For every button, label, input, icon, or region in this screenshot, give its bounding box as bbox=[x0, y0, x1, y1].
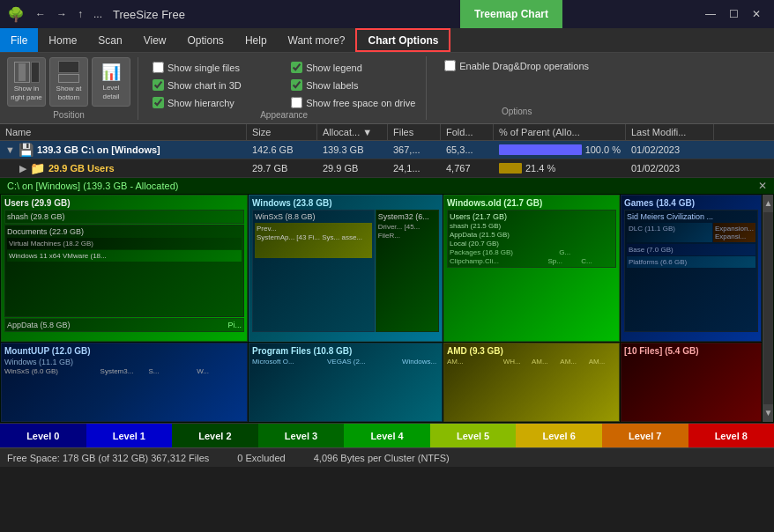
menu-scan[interactable]: Scan bbox=[87, 28, 132, 52]
menu-help[interactable]: Help bbox=[234, 28, 278, 52]
show-single-files-checkbox-label[interactable]: Show single files bbox=[153, 60, 277, 75]
minimize-button[interactable]: — bbox=[700, 4, 721, 25]
show-single-files-checkbox[interactable] bbox=[153, 62, 164, 73]
level-0[interactable]: Level 0 bbox=[0, 424, 86, 447]
menu-bar: File Home Scan View Options Help Want mo… bbox=[0, 28, 774, 53]
level-2[interactable]: Level 2 bbox=[172, 424, 258, 447]
nav-buttons: ← → ↑ ... bbox=[32, 6, 106, 22]
title-bar: 🌳 ← → ↑ ... TreeSize Free Treemap Chart … bbox=[0, 0, 774, 28]
level-detail-button[interactable]: 📊 Leveldetail bbox=[92, 57, 130, 107]
title-bar-left: 🌳 ← → ↑ ... TreeSize Free bbox=[7, 6, 185, 23]
treemap-scrollbar[interactable]: ▲ ▼ bbox=[763, 195, 773, 422]
table-header: Name Size Allocat... ▼ Files Fold... % o… bbox=[0, 124, 774, 141]
status-free-space: Free Space: 178 GB (of 312 GB) 367,312 F… bbox=[7, 453, 209, 463]
options-label: Options bbox=[444, 107, 589, 116]
show-free-space-checkbox-label[interactable]: Show free space on drive bbox=[291, 95, 415, 110]
progress-bar-2 bbox=[499, 163, 522, 174]
nav-forward-button[interactable]: → bbox=[53, 6, 71, 22]
progress-cell: 100.0 % bbox=[499, 144, 621, 155]
col-files[interactable]: Files bbox=[388, 124, 441, 140]
status-excluded: 0 Excluded bbox=[237, 453, 285, 463]
treemap-cell-windows[interactable]: Windows (23.8 GB) WinSxS (8.8 GB) Prev..… bbox=[249, 195, 443, 342]
treemap-tab[interactable]: Treemap Chart bbox=[460, 0, 562, 28]
enable-drag-drop-checkbox-label[interactable]: Enable Drag&Drop operations bbox=[444, 60, 589, 71]
treemap-area: Users (29.9 GB) shash (29.8 GB) Document… bbox=[0, 194, 774, 423]
show-labels-checkbox[interactable] bbox=[291, 79, 302, 91]
treemap-title-bar: C:\ on [Windows] (139.3 GB - Allocated) … bbox=[0, 178, 774, 194]
progress-bar bbox=[499, 144, 582, 155]
nav-back-button[interactable]: ← bbox=[32, 6, 49, 22]
menu-options[interactable]: Options bbox=[177, 28, 234, 52]
col-modified[interactable]: Last Modifi... bbox=[626, 124, 714, 140]
col-folders[interactable]: Fold... bbox=[441, 124, 494, 140]
menu-chart-options[interactable]: Chart Options bbox=[355, 28, 450, 52]
status-bar: Free Space: 178 GB (of 312 GB) 367,312 F… bbox=[0, 447, 774, 467]
nav-up-button[interactable]: ↑ bbox=[74, 6, 86, 22]
level-6[interactable]: Level 6 bbox=[516, 424, 602, 447]
show-labels-checkbox-label[interactable]: Show labels bbox=[291, 78, 415, 92]
show-legend-checkbox[interactable] bbox=[291, 62, 302, 73]
treemap-cell-users[interactable]: Users (29.9 GB) shash (29.8 GB) Document… bbox=[1, 195, 248, 342]
enable-drag-drop-checkbox[interactable] bbox=[444, 60, 456, 71]
show-bottom-button[interactable]: Show atbottom bbox=[49, 57, 88, 107]
ribbon: Show inright pane Show atbottom 📊 Leveld… bbox=[0, 53, 774, 124]
level-7[interactable]: Level 7 bbox=[602, 424, 688, 447]
maximize-button[interactable]: ☐ bbox=[723, 4, 744, 25]
show-chart-3d-checkbox-label[interactable]: Show chart in 3D bbox=[153, 78, 277, 92]
progress-cell-2: 21.4 % bbox=[499, 163, 621, 174]
level-legend: Level 0 Level 1 Level 2 Level 3 Level 4 … bbox=[0, 423, 774, 447]
col-size[interactable]: Size bbox=[247, 124, 317, 140]
close-button[interactable]: ✕ bbox=[746, 4, 767, 25]
nav-breadcrumb-button[interactable]: ... bbox=[90, 6, 106, 22]
position-label: Position bbox=[53, 110, 85, 120]
col-percent[interactable]: % of Parent (Allo... bbox=[494, 124, 626, 140]
show-right-pane-button[interactable]: Show inright pane bbox=[7, 57, 46, 107]
app-icon: 🌳 bbox=[7, 6, 25, 23]
level-4[interactable]: Level 4 bbox=[344, 424, 430, 447]
level-3[interactable]: Level 3 bbox=[258, 424, 345, 447]
status-cluster: 4,096 Bytes per Cluster (NTFS) bbox=[314, 453, 450, 463]
table-row[interactable]: ▼ 💾 139.3 GB C:\ on [Windows] 142.6 GB 1… bbox=[0, 141, 774, 159]
level-8[interactable]: Level 8 bbox=[688, 424, 775, 447]
show-free-space-checkbox[interactable] bbox=[291, 97, 302, 108]
treemap-cell-games[interactable]: Games (18.4 GB) Sid Meiers Civilization … bbox=[621, 195, 762, 342]
window-controls: — ☐ ✕ bbox=[700, 4, 767, 25]
treemap-cell-windows-old[interactable]: Windows.old (21.7 GB) Users (21.7 GB) sh… bbox=[443, 195, 620, 342]
menu-view[interactable]: View bbox=[133, 28, 177, 52]
show-hierarchy-checkbox[interactable] bbox=[153, 97, 164, 108]
col-allocated[interactable]: Allocat... ▼ bbox=[317, 124, 388, 140]
table-body: ▼ 💾 139.3 GB C:\ on [Windows] 142.6 GB 1… bbox=[0, 141, 774, 178]
show-legend-checkbox-label[interactable]: Show legend bbox=[291, 60, 415, 75]
level-1[interactable]: Level 1 bbox=[86, 424, 173, 447]
treemap-cell-program-files[interactable]: Program Files (10.8 GB) Microsoft O... V… bbox=[249, 343, 443, 422]
treemap-cell-mountuup[interactable]: MountUUP (12.0 GB) Windows (11.1 GB) Win… bbox=[1, 343, 248, 422]
appearance-label: Appearance bbox=[149, 110, 419, 120]
show-hierarchy-checkbox-label[interactable]: Show hierarchy bbox=[153, 95, 277, 110]
level-5[interactable]: Level 5 bbox=[430, 424, 517, 447]
menu-home[interactable]: Home bbox=[38, 28, 87, 52]
menu-want-more[interactable]: Want more? bbox=[278, 28, 356, 52]
col-name[interactable]: Name bbox=[0, 124, 247, 140]
treemap-cell-10files[interactable]: [10 Files] (5.4 GB) bbox=[621, 343, 762, 422]
treemap-cell-amd[interactable]: AMD (9.3 GB) AM... WH... AM... AM... AM.… bbox=[443, 343, 620, 422]
menu-file[interactable]: File bbox=[0, 28, 38, 52]
table-row[interactable]: ▶ 📁 29.9 GB Users 29.7 GB 29.9 GB 24,1..… bbox=[0, 159, 774, 178]
show-chart-3d-checkbox[interactable] bbox=[153, 79, 164, 91]
treemap-close-button[interactable]: ✕ bbox=[758, 180, 767, 192]
app-title: TreeSize Free bbox=[113, 8, 185, 21]
